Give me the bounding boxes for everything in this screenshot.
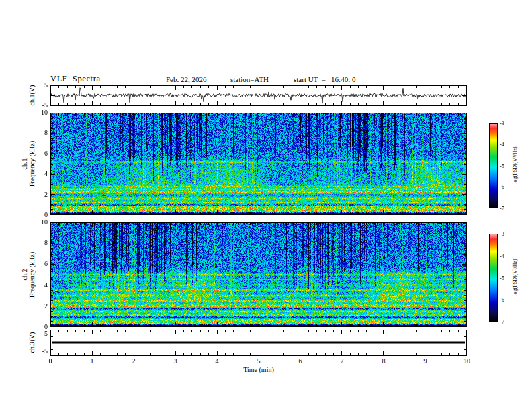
ch1-waveform-ytick-label: -5: [28, 102, 48, 109]
ch2-frequency-axis-label-line2: Frequency (kHz): [28, 252, 36, 298]
ch2-spectrogram-ytick-label: 2: [28, 303, 48, 310]
colorbar-2-tick-label: -6: [500, 297, 515, 303]
ch2-spectrogram-ytick-label: 8: [28, 240, 48, 246]
time-axis-label: Time (min): [235, 367, 282, 373]
colorbar-1-tick-label: -3: [500, 120, 515, 126]
colorbar-2-tick-label: -3: [500, 231, 515, 237]
colorbar-1-tick-label: -5: [500, 163, 515, 169]
colorbar-1-tick-label: -7: [500, 205, 515, 212]
time-tick-label: 4: [207, 358, 227, 365]
ch1-spectrogram-canvas: [50, 113, 467, 215]
time-tick-label: 3: [165, 358, 185, 365]
ch1-spectrogram-ytick-label: 10: [28, 109, 48, 116]
figure-title: VLF Spectra: [50, 74, 101, 84]
time-tick-label: 8: [373, 358, 394, 365]
ch2-spectrogram-ytick-label: 10: [28, 219, 48, 226]
date-label: Feb. 22, 2026: [166, 75, 207, 83]
ch1-spectrogram-ytick-label: 0: [28, 212, 48, 218]
station-label: station=ATH: [230, 75, 269, 83]
ch3-waveform-canvas: [50, 330, 467, 356]
time-tick-label: 1: [82, 358, 102, 365]
colorbar-2-tick-label: -7: [500, 319, 515, 325]
ch2-spectrogram-canvas: [50, 222, 467, 327]
ch1-spectrogram-ytick-label: 2: [28, 191, 48, 198]
ch2-spectrogram-ytick-label: 4: [28, 282, 48, 289]
colorbar-1-canvas: [489, 123, 498, 208]
ch1-frequency-axis-label: ch.1 Frequency (kHz): [21, 141, 36, 187]
colorbar-2-tick-label: -4: [500, 253, 515, 259]
time-tick-label: 10: [457, 358, 477, 365]
colorbar-1-tick-label: -6: [500, 184, 515, 190]
ch2-frequency-axis-label-line1: ch.2: [21, 252, 28, 298]
time-tick-label: 5: [249, 358, 269, 365]
ch1-spectrogram-ytick-label: 6: [28, 150, 48, 157]
ch1-spectrogram-ytick-label: 8: [28, 130, 48, 136]
ch1-frequency-axis-label-line2: Frequency (kHz): [28, 141, 36, 187]
ch1-spectrogram-ytick-label: 4: [28, 171, 48, 177]
time-tick-label: 7: [332, 358, 352, 365]
ch2-frequency-axis-label: ch.2 Frequency (kHz): [21, 252, 36, 298]
ch1-waveform-canvas: [50, 85, 467, 106]
time-tick-label: 6: [290, 358, 310, 365]
time-tick-label: 0: [40, 358, 60, 365]
ch3-waveform-ytick-label: -5: [28, 348, 48, 355]
ch1-waveform-ytick-label: 5: [28, 82, 48, 89]
vlf-spectra-figure: VLF Spectra Feb. 22, 2026 station=ATH st…: [0, 0, 532, 411]
ch2-spectrogram-ytick-label: 6: [28, 261, 48, 267]
ch1-frequency-axis-label-line1: ch.1: [21, 141, 28, 187]
time-tick-label: 9: [415, 358, 435, 365]
time-tick-label: 2: [124, 358, 144, 365]
ch3-waveform-ytick-label: 5: [28, 330, 48, 337]
start-ut-label: start UT = 16:40: 0: [294, 75, 355, 83]
colorbar-2-tick-label: -5: [500, 275, 515, 281]
colorbar-1-tick-label: -4: [500, 142, 515, 148]
colorbar-2-canvas: [489, 234, 498, 322]
